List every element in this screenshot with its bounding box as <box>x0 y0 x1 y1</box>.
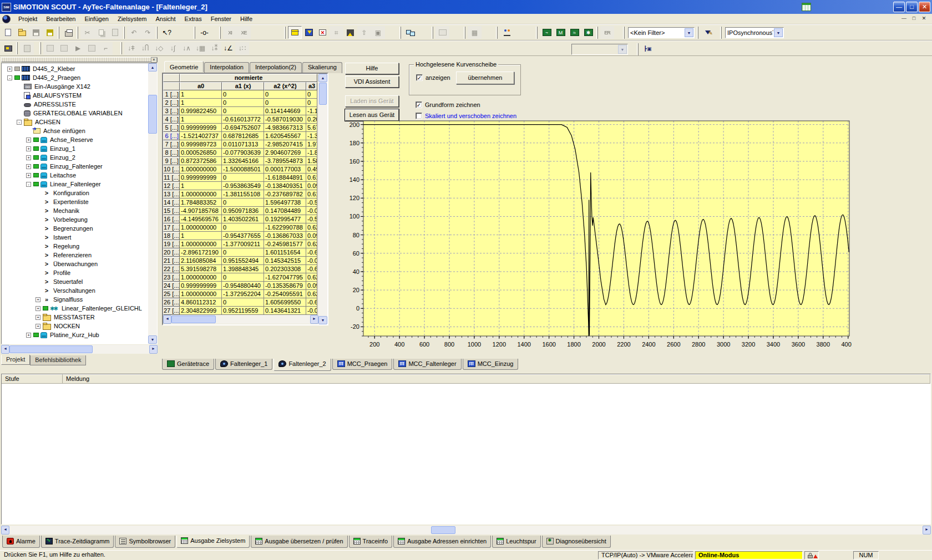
hilfe-button[interactable]: Hilfe <box>345 63 399 74</box>
cell-a0[interactable]: 1 <box>180 90 222 99</box>
insert-pos-button[interactable]: ↓Ⴖ <box>138 42 152 55</box>
minimize-button[interactable]: — <box>893 2 905 12</box>
tree-item-ablaufsystem[interactable]: ABLAUFSYSTEM <box>2 91 148 100</box>
cell-a1[interactable]: 1.398848345 <box>222 265 264 273</box>
cell-a3[interactable]: 0.6188 <box>306 190 317 198</box>
row-header-button-19[interactable]: 19 [...] <box>163 240 180 248</box>
cell-a0[interactable]: 0.999822450 <box>180 107 222 115</box>
cell-a1[interactable]: 0.687812685 <box>222 132 264 140</box>
row-header-button-15[interactable]: 15 [...] <box>163 207 180 215</box>
accessible-nodes-button[interactable] <box>403 26 417 39</box>
row-header-button-8[interactable]: 8 [...] <box>163 149 180 157</box>
collapse-minus-icon[interactable]: - <box>26 182 31 187</box>
paste-button[interactable] <box>108 26 122 39</box>
cell-a3[interactable]: -0.601 <box>306 248 317 257</box>
editor-tab-interpolation[interactable]: Interpolation <box>204 62 249 73</box>
cell-a1[interactable]: 0 <box>222 174 264 182</box>
child-close-button[interactable]: ✕ <box>919 15 929 23</box>
table-hscroll-thumb[interactable] <box>171 315 216 323</box>
download-target-button[interactable] <box>302 26 316 39</box>
cell-a2[interactable]: -1.627047795 <box>264 273 306 282</box>
chevron-down-icon[interactable]: ▼ <box>618 45 627 54</box>
output-tab-trace-zeitdiagramm[interactable]: Trace-Zeitdiagramm <box>41 536 114 548</box>
tree-horizontal-scrollbar[interactable]: ◄ ► <box>1 345 158 354</box>
cell-a2[interactable]: -3.789554873 <box>264 157 306 165</box>
output-tab-ausgabe-zielsystem[interactable]: Ausgabe Zielsystem <box>176 536 250 548</box>
save-button[interactable] <box>29 26 43 39</box>
undo-button[interactable]: ↶ <box>127 26 141 39</box>
tree-item-leitachse[interactable]: +Leitachse <box>2 171 148 180</box>
doc-tab-mcc-einzug[interactable]: MCC_Einzug <box>463 359 519 370</box>
load-to-pg-button[interactable]: ⇧ <box>357 26 371 39</box>
cell-a3[interactable]: 0.6229 <box>306 240 317 248</box>
cell-a3[interactable]: 0.4999 <box>306 165 317 174</box>
cell-a0[interactable]: 4.860112312 <box>180 298 222 307</box>
tree-item-begrenzungen[interactable]: >Begrenzungen <box>2 224 148 233</box>
cell-a1[interactable]: -1.372952204 <box>222 290 264 298</box>
expand-plus-icon[interactable]: + <box>36 306 40 311</box>
cell-a1[interactable]: -1.377009211 <box>222 240 264 248</box>
menu-ansicht[interactable]: Ansicht <box>151 14 180 23</box>
cell-a0[interactable]: 1.000000000 <box>180 290 222 298</box>
cell-a0[interactable]: 0.000526850 <box>180 149 222 157</box>
cell-a3[interactable]: -0.5964 <box>306 198 317 207</box>
cell-a2[interactable]: -4.983667313 <box>264 124 306 132</box>
menu-fenster[interactable]: Fenster <box>206 14 236 23</box>
function-generator-button[interactable]: ≈ <box>568 26 581 39</box>
insert-zero-button[interactable]: ↓∠ <box>221 42 235 55</box>
maximize-button[interactable]: □ <box>906 2 918 12</box>
cell-a0[interactable]: -1.521402737 <box>180 132 222 140</box>
tree-scroll-up-button[interactable]: ▲ <box>148 63 157 72</box>
table-scroll-down-button[interactable]: ▼ <box>318 316 327 324</box>
tree-item--berwachungen[interactable]: >Überwachungen <box>2 259 148 268</box>
cell-a2[interactable]: -0.138409351 <box>264 182 306 190</box>
output-tab-ausgabe-bersetzen-pr-fen[interactable]: Ausgabe übersetzen / prüfen <box>251 536 347 548</box>
cell-a1[interactable]: 1.332645166 <box>222 157 264 165</box>
row-header-button-6[interactable]: 6 [...] <box>163 132 180 140</box>
table-scroll-thumb[interactable] <box>319 83 327 105</box>
cell-a0[interactable]: 1.000000000 <box>180 190 222 198</box>
program-combo[interactable]: ▼ <box>571 44 628 55</box>
cell-a3[interactable]: 0.6270 <box>306 290 317 298</box>
editor-tab-skalierung[interactable]: Skalierung <box>302 62 342 73</box>
row-header-button-14[interactable]: 14 [...] <box>163 198 180 207</box>
cell-a1[interactable]: -0.954377655 <box>222 232 264 240</box>
child-window-icon[interactable] <box>2 15 11 23</box>
cell-a0[interactable]: 1.000000000 <box>180 273 222 282</box>
row-header-button-24[interactable]: 24 [...] <box>163 282 180 290</box>
row-header-button-3[interactable]: 3 [...] <box>163 107 180 115</box>
output-tab-diagnose-bersicht[interactable]: Diagnoseübersicht <box>542 536 611 548</box>
cell-a1[interactable]: -0.694752607 <box>222 124 264 132</box>
tree-item-achsen[interactable]: -ACHSEN <box>2 118 148 126</box>
output-scroll-left-button[interactable]: ◄ <box>1 526 9 534</box>
column-header-a2[interactable]: a2 (x^2) <box>264 82 306 90</box>
cell-a1[interactable]: -0.616013772 <box>222 115 264 124</box>
collapse-minus-icon[interactable]: - <box>17 120 22 125</box>
new-button[interactable] <box>1 26 15 39</box>
row-header-button-27[interactable]: 27 [...] <box>163 307 180 315</box>
tree-item-messtaster[interactable]: +MESSTASTER <box>2 313 148 322</box>
child-minimize-button[interactable]: — <box>899 15 909 23</box>
table-scroll-up-button[interactable]: ▲ <box>318 74 327 82</box>
navigator-header[interactable]: ✕ <box>1 57 158 62</box>
row-header-button-13[interactable]: 13 [...] <box>163 190 180 198</box>
cell-a3[interactable]: 5.6702 <box>306 124 317 132</box>
cell-a3[interactable]: 0.6229 <box>306 223 317 232</box>
row-header-button-2[interactable]: 2 [...] <box>163 99 180 107</box>
cell-a2[interactable]: 0.000177003 <box>264 165 306 174</box>
axis-assistant-button[interactable] <box>43 42 57 55</box>
tree-item-linear-faltenleger[interactable]: -Linear_Faltenleger <box>2 180 148 189</box>
menu-zielsystem[interactable]: Zielsystem <box>113 14 151 23</box>
cell-a1[interactable]: 0 <box>222 198 264 207</box>
output-column-meldung[interactable]: Meldung <box>63 374 930 383</box>
cell-a2[interactable]: 2.904607269 <box>264 149 306 157</box>
expand-plus-icon[interactable]: + <box>26 138 31 142</box>
cell-a0[interactable]: 1 <box>180 182 222 190</box>
device-display-button[interactable] <box>435 26 449 39</box>
insert-chart-button[interactable]: ↓▦ <box>194 42 207 55</box>
expand-plus-icon[interactable]: + <box>36 297 40 302</box>
automatic-tuning-button[interactable]: ✱ <box>581 26 595 39</box>
commissioning-button[interactable]: ⌐ <box>99 42 113 55</box>
cell-a1[interactable]: 0.951552494 <box>222 257 264 265</box>
menu-hilfe[interactable]: Hilfe <box>236 14 257 23</box>
